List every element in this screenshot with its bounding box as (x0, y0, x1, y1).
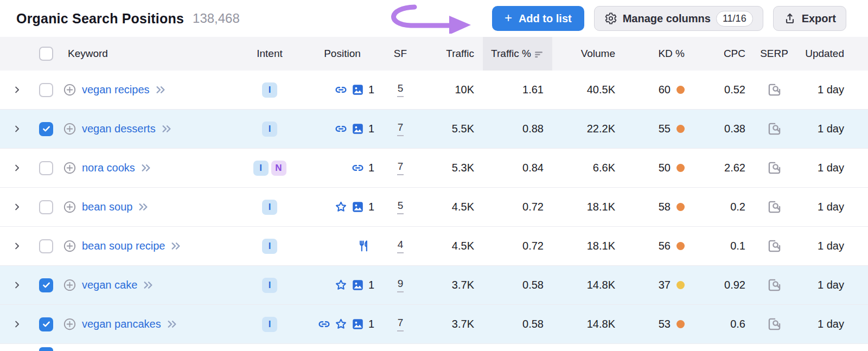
results-count: 138,468 (193, 11, 240, 26)
add-keyword-icon[interactable] (63, 83, 76, 97)
add-keyword-icon[interactable] (63, 161, 76, 175)
add-keyword-icon[interactable] (63, 278, 76, 292)
traffic-pct-value: 0.88 (483, 123, 552, 135)
row-checkbox[interactable] (39, 122, 53, 136)
intent-badges: I (238, 317, 302, 332)
serp-features-count[interactable]: 7 (397, 122, 404, 136)
keyword-link[interactable]: bean soup recipe (82, 240, 165, 252)
row-checkbox[interactable] (39, 239, 53, 253)
row-checkbox[interactable] (39, 161, 53, 175)
expand-row-chevron-icon[interactable] (13, 203, 21, 211)
column-header-updated[interactable]: Updated (794, 37, 848, 71)
double-chevron-icon[interactable] (138, 202, 149, 212)
column-header-intent[interactable]: Intent (238, 37, 302, 71)
keyword-link[interactable]: vegan pancakes (82, 318, 161, 330)
upload-icon (783, 12, 796, 25)
column-header-sf[interactable]: SF (383, 37, 418, 71)
serp-preview-icon[interactable] (767, 161, 782, 175)
add-keyword-icon[interactable] (63, 122, 76, 136)
double-chevron-icon[interactable] (167, 320, 178, 329)
serp-features-count[interactable]: 5 (397, 82, 404, 97)
cpc-value: 0.2 (693, 201, 754, 213)
serp-features-count[interactable]: 4 (397, 239, 404, 253)
row-checkbox[interactable] (39, 200, 53, 214)
keyword-link[interactable]: vegan desserts (82, 123, 156, 135)
kd-value: 56 (659, 240, 671, 252)
updated-value: 1 day (794, 123, 848, 135)
expand-row-chevron-icon[interactable] (13, 242, 21, 250)
keyword-link[interactable]: vegan cake (82, 279, 137, 291)
traffic-value: 3.7K (418, 279, 483, 291)
plus-icon: + (505, 10, 512, 25)
volume-value: 40.5K (552, 84, 624, 96)
kd-cell: 53 (624, 318, 693, 330)
double-chevron-icon[interactable] (143, 280, 154, 290)
double-chevron-icon[interactable] (170, 241, 182, 251)
sort-desc-icon (534, 50, 544, 59)
column-header-traffic-pct[interactable]: Traffic % (483, 37, 552, 71)
intent-badges: I (238, 82, 302, 98)
serp-preview-icon[interactable] (767, 200, 782, 214)
traffic-value: 5.5K (418, 123, 483, 135)
serp-preview-icon[interactable] (767, 239, 782, 253)
serp-feature-icons (352, 162, 364, 174)
position-value: 1 (368, 162, 374, 174)
intent-badge-i[interactable]: I (262, 278, 277, 293)
manage-columns-button[interactable]: Manage columns 11/16 (594, 6, 763, 31)
intent-badge-i[interactable]: I (262, 200, 277, 215)
expand-row-chevron-icon[interactable] (13, 320, 21, 328)
serp-features-count[interactable]: 7 (397, 161, 404, 175)
expand-row-chevron-icon[interactable] (13, 125, 21, 133)
column-header-kd[interactable]: KD % (624, 37, 693, 71)
column-header-serp[interactable]: SERP (754, 37, 794, 71)
expand-row-chevron-icon[interactable] (13, 86, 21, 94)
intent-badge-i[interactable]: I (262, 239, 277, 254)
intent-badge-i[interactable]: I (262, 317, 277, 332)
serp-features-count[interactable]: 7 (397, 317, 404, 331)
intent-badge-i[interactable]: I (262, 122, 277, 137)
row-checkbox[interactable] (39, 278, 53, 292)
serp-preview-icon[interactable] (767, 278, 782, 292)
add-keyword-icon[interactable] (63, 200, 76, 214)
row-checkbox[interactable] (39, 347, 53, 351)
serp-preview-icon[interactable] (767, 317, 782, 331)
keyword-link[interactable]: nora cooks (82, 162, 135, 174)
serp-feature-icons (335, 84, 364, 96)
double-chevron-icon[interactable] (161, 124, 173, 133)
position-cell: 1 (302, 201, 383, 213)
intent-badge-i[interactable]: I (262, 82, 277, 98)
star-icon (335, 318, 347, 330)
export-button[interactable]: Export (773, 6, 846, 31)
traffic-pct-value: 1.61 (483, 84, 552, 96)
row-checkbox[interactable] (39, 83, 53, 97)
position-value: 1 (368, 279, 374, 291)
add-to-list-button[interactable]: + Add to list (492, 6, 584, 31)
serp-preview-icon[interactable] (767, 82, 782, 97)
traffic-value: 5.3K (418, 162, 483, 174)
keyword-link[interactable]: vegan recipes (82, 84, 150, 96)
column-header-traffic[interactable]: Traffic (418, 37, 483, 71)
updated-value: 1 day (794, 279, 848, 291)
kd-difficulty-dot (676, 164, 685, 172)
select-all-checkbox[interactable] (39, 47, 53, 61)
column-header-volume[interactable]: Volume (552, 37, 624, 71)
serp-features-count[interactable]: 5 (397, 200, 404, 214)
row-checkbox[interactable] (39, 317, 53, 331)
position-cell: 1 (302, 162, 383, 174)
traffic-pct-value: 0.58 (483, 318, 552, 330)
intent-badge-n[interactable]: N (271, 161, 286, 176)
position-value: 1 (368, 84, 374, 96)
double-chevron-icon[interactable] (141, 163, 152, 173)
double-chevron-icon[interactable] (155, 85, 167, 94)
serp-preview-icon[interactable] (767, 122, 782, 136)
column-header-cpc[interactable]: CPC (693, 37, 754, 71)
expand-row-chevron-icon[interactable] (13, 281, 21, 289)
column-header-position[interactable]: Position (302, 37, 383, 71)
serp-features-count[interactable]: 9 (397, 278, 404, 292)
intent-badge-i[interactable]: I (253, 161, 269, 176)
column-header-keyword[interactable]: Keyword (59, 37, 238, 71)
add-keyword-icon[interactable] (63, 317, 76, 331)
expand-row-chevron-icon[interactable] (13, 164, 21, 172)
add-keyword-icon[interactable] (63, 239, 76, 253)
keyword-link[interactable]: bean soup (82, 201, 132, 213)
